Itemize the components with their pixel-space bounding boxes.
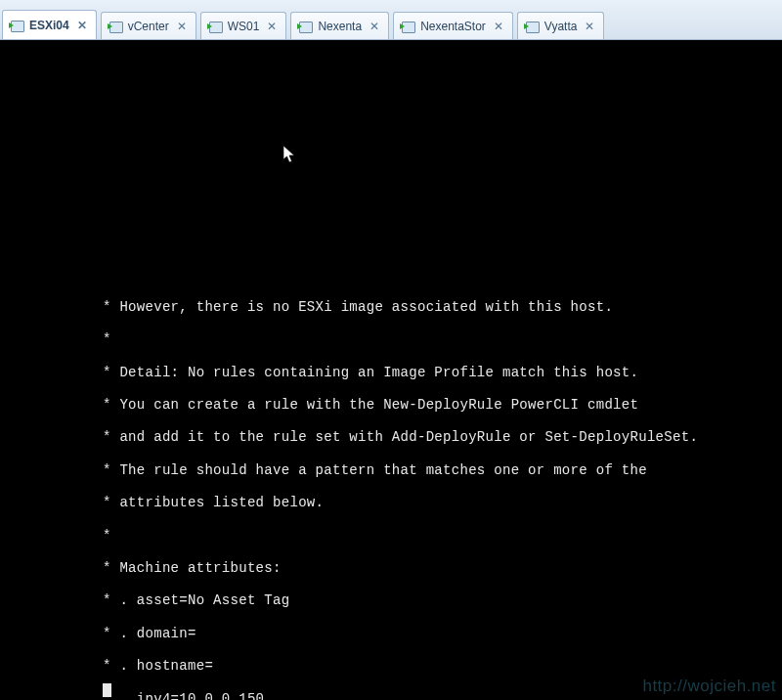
console-line: * . hostname= xyxy=(103,658,782,675)
tab-vcenter[interactable]: vCenter ✕ xyxy=(101,12,196,39)
console-line: * . domain= xyxy=(103,626,782,642)
close-icon[interactable]: ✕ xyxy=(582,20,597,33)
tab-ws01[interactable]: WS01 ✕ xyxy=(200,12,287,39)
console-line: * However, there is no ESXi image associ… xyxy=(103,299,782,316)
console-line: * . asset=No Asset Tag xyxy=(103,592,782,609)
tab-label: ESXi04 xyxy=(29,19,69,32)
vm-icon xyxy=(9,18,24,33)
console-line: * The rule should have a pattern that ma… xyxy=(103,462,782,479)
console-line: * and add it to the rule set with Add-De… xyxy=(103,429,782,446)
tab-esxi04[interactable]: ESXi04 ✕ xyxy=(2,10,97,39)
tab-label: vCenter xyxy=(128,20,169,33)
tab-label: Vyatta xyxy=(544,20,578,33)
vm-icon xyxy=(207,19,223,34)
console-line: * xyxy=(103,331,782,348)
vm-icon xyxy=(400,19,415,34)
tab-label: WS01 xyxy=(228,20,260,33)
text-cursor xyxy=(103,683,111,697)
watermark-text: http://wojcieh.net xyxy=(642,677,776,696)
close-icon[interactable]: ✕ xyxy=(491,20,506,33)
tab-bar: ESXi04 ✕ vCenter ✕ WS01 ✕ Nexenta ✕ Nexe… xyxy=(0,0,782,40)
vm-icon xyxy=(297,19,313,34)
console-line: * attributes listed below. xyxy=(103,495,782,511)
console-line: * Machine attributes: xyxy=(103,560,782,577)
tab-vyatta[interactable]: Vyatta ✕ xyxy=(517,12,605,39)
tab-nexentastor[interactable]: NexentaStor ✕ xyxy=(393,12,513,39)
console-line: * Detail: No rules containing an Image P… xyxy=(103,365,782,381)
tab-label: NexentaStor xyxy=(420,20,486,33)
vm-icon xyxy=(524,19,540,34)
console-line: * xyxy=(103,528,782,545)
vm-icon xyxy=(108,19,123,34)
close-icon[interactable]: ✕ xyxy=(174,20,190,33)
close-icon[interactable]: ✕ xyxy=(367,20,382,33)
tab-label: Nexenta xyxy=(318,20,362,33)
close-icon[interactable]: ✕ xyxy=(264,20,280,33)
console-output[interactable]: * However, there is no ESXi image associ… xyxy=(0,40,782,700)
console-line: * You can create a rule with the New-Dep… xyxy=(103,397,782,414)
close-icon[interactable]: ✕ xyxy=(74,19,90,32)
tab-nexenta[interactable]: Nexenta ✕ xyxy=(290,12,389,39)
